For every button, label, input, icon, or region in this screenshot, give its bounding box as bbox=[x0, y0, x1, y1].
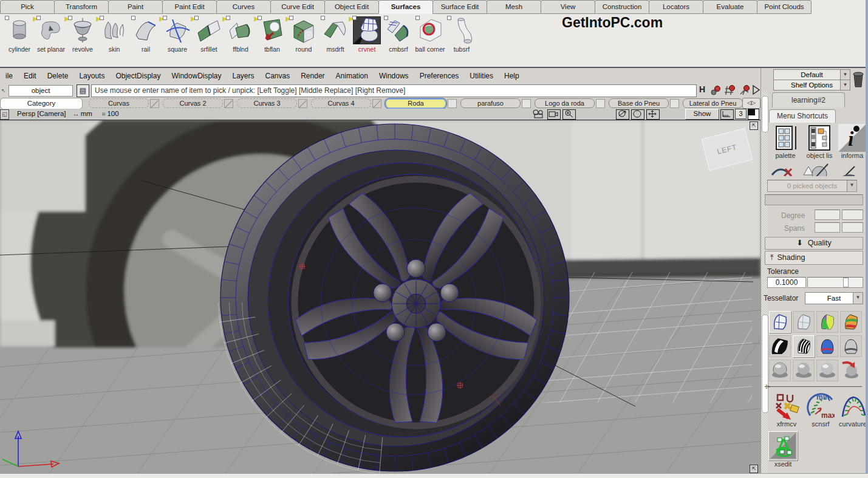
tool-xsedit[interactable]: xsedit bbox=[766, 431, 800, 468]
layer-parafuso[interactable]: parafuso bbox=[460, 98, 521, 108]
chevron-down-icon[interactable]: ▼ bbox=[847, 180, 856, 191]
tool-msdrft[interactable]: ➤msdrft bbox=[320, 15, 351, 53]
tool-curvature[interactable]: curvature bbox=[838, 392, 868, 428]
viewport-scene[interactable] bbox=[0, 120, 760, 474]
tool-scnsrf[interactable]: minmax scnsrf bbox=[804, 392, 838, 428]
layer-roda-toggle[interactable] bbox=[448, 99, 457, 108]
tool-srfillet[interactable]: ➤srfillet bbox=[193, 15, 225, 53]
option-box-icon[interactable] bbox=[163, 16, 167, 20]
perspective-viewport[interactable]: ◱ Persp [Camera] mm 100 Show 3 ⇱ ⇱ LEFT bbox=[0, 109, 760, 473]
layer-curvas[interactable]: Curvas bbox=[89, 98, 149, 108]
menu-windowdisplay[interactable]: WindowDisplay bbox=[166, 72, 227, 80]
category-button[interactable]: Category bbox=[0, 98, 83, 109]
tab-pick[interactable]: Pick bbox=[0, 0, 55, 14]
quality-section-header[interactable]: ⬇Quality bbox=[765, 237, 863, 250]
tab-mesh[interactable]: Mesh bbox=[487, 0, 541, 14]
zebra-stripes-icon[interactable] bbox=[793, 335, 815, 357]
option-box-icon[interactable] bbox=[194, 16, 199, 20]
trash-icon[interactable] bbox=[851, 69, 866, 89]
dome-icon-3[interactable] bbox=[816, 360, 838, 381]
option-box-icon[interactable] bbox=[100, 16, 104, 20]
divider-handle-icon[interactable]: ▷ bbox=[766, 383, 770, 389]
shelf-select-dropdown[interactable]: Default▼ bbox=[773, 69, 850, 80]
snap-curve-icon[interactable] bbox=[739, 84, 751, 97]
layer-logo-toggle[interactable] bbox=[596, 99, 605, 108]
tool-revolve[interactable]: ➤revolve bbox=[67, 15, 98, 53]
tab-learning2[interactable]: learning#2 bbox=[772, 92, 845, 108]
tab-evaluate[interactable]: Evaluate bbox=[703, 0, 757, 14]
tab-transform[interactable]: Transform bbox=[54, 0, 109, 14]
layer-parafuso-toggle[interactable] bbox=[522, 99, 531, 108]
tool-xfrmcv[interactable]: xfrmcv bbox=[770, 392, 804, 428]
tab-curves[interactable]: Curves bbox=[216, 0, 271, 14]
tool-cylinder[interactable]: ➤cylinder bbox=[4, 15, 35, 53]
picked-objects-dropdown[interactable]: 0 picked objects ▼ bbox=[767, 180, 857, 192]
menu-layouts[interactable]: Layouts bbox=[73, 72, 110, 80]
slider-thumb[interactable] bbox=[843, 278, 849, 287]
prompt-input[interactable]: Use mouse or enter name of item to pick … bbox=[91, 84, 697, 97]
prompt-list-button[interactable]: ▤ bbox=[77, 84, 89, 97]
tab-object-edit[interactable]: Object Edit bbox=[324, 0, 379, 14]
menu-file[interactable]: ile bbox=[0, 72, 18, 80]
option-box-icon[interactable] bbox=[258, 16, 262, 20]
chevron-down-icon[interactable]: ▼ bbox=[840, 80, 850, 90]
shortcut-information[interactable]: i informa bbox=[836, 124, 868, 159]
menu-help[interactable]: Help bbox=[499, 72, 525, 80]
layer-curvas-toggle[interactable] bbox=[150, 99, 159, 108]
layer-tab-scroll-buttons[interactable]: ◁▷ bbox=[742, 98, 760, 109]
chevron-down-icon[interactable]: ▼ bbox=[840, 70, 850, 80]
menu-objectdisplay[interactable]: ObjectDisplay bbox=[110, 72, 166, 80]
menu-canvas[interactable]: Canvas bbox=[260, 72, 296, 80]
view-count-button[interactable]: 3 bbox=[735, 109, 747, 119]
option-box-icon[interactable] bbox=[289, 16, 293, 20]
scrollbar-thumb[interactable] bbox=[762, 96, 768, 132]
viewport-resize-icon-bottom[interactable]: ⇱ bbox=[750, 465, 758, 473]
tab-construction[interactable]: Construction bbox=[595, 0, 649, 14]
layer-roda[interactable]: Roda bbox=[385, 98, 446, 109]
tessellator-dropdown[interactable]: Fast▼ bbox=[805, 292, 863, 304]
menu-utilities[interactable]: Utilities bbox=[464, 72, 499, 80]
tool-ffblnd[interactable]: ➤ffblnd bbox=[225, 15, 256, 53]
tab-point-clouds[interactable]: Point Clouds bbox=[757, 0, 812, 14]
tool-skin[interactable]: skin bbox=[98, 15, 130, 53]
layer-lateral-do-pneu[interactable]: Lateral do Pneu bbox=[683, 98, 743, 108]
cap-gray-icon[interactable] bbox=[840, 335, 862, 357]
show-button[interactable]: Show bbox=[685, 109, 719, 120]
tab-view[interactable]: View bbox=[541, 0, 595, 14]
viewport-resize-icon-top[interactable]: ⇱ bbox=[750, 121, 758, 130]
menu-preferences[interactable]: Preferences bbox=[414, 72, 465, 80]
shade-multicolor-icon[interactable] bbox=[816, 311, 838, 333]
option-box-icon[interactable] bbox=[352, 16, 357, 20]
layer-base-do-pneu[interactable]: Base do Pneu bbox=[609, 98, 669, 108]
camera-icon[interactable] bbox=[547, 109, 561, 120]
shortcut-palette[interactable]: palette bbox=[770, 124, 801, 159]
tab-surfaces[interactable]: Surfaces bbox=[378, 0, 433, 14]
pan-icon[interactable] bbox=[646, 109, 660, 120]
tolerance-slider[interactable] bbox=[807, 277, 863, 288]
tool-tbflan[interactable]: ➤tbflan bbox=[256, 15, 288, 53]
shade-stripes-icon[interactable] bbox=[840, 311, 862, 333]
viewport-corner-icon[interactable]: ◱ bbox=[0, 109, 9, 120]
tool-square[interactable]: ➤square bbox=[162, 15, 193, 53]
layer-curvas2-toggle[interactable] bbox=[224, 99, 233, 108]
option-box-icon[interactable] bbox=[5, 16, 9, 20]
movie-camera-icon[interactable] bbox=[532, 109, 544, 118]
menu-delete[interactable]: Delete bbox=[42, 72, 74, 80]
layer-curvas3-toggle[interactable] bbox=[298, 99, 307, 108]
tab-menu-shortcuts[interactable]: Menu Shortcuts bbox=[769, 109, 836, 123]
tab-surface-edit[interactable]: Surface Edit bbox=[432, 0, 487, 14]
menu-render[interactable]: Render bbox=[295, 72, 330, 80]
layer-curvas4[interactable]: Curvas 4 bbox=[311, 98, 371, 108]
dome-arrow-icon[interactable] bbox=[840, 360, 861, 380]
pick-object-icon[interactable] bbox=[709, 84, 722, 97]
bw-toggle-icon[interactable] bbox=[748, 109, 759, 120]
menu-edit[interactable]: Edit bbox=[18, 72, 42, 80]
pick-scope-dropdown[interactable]: object bbox=[9, 85, 73, 97]
option-box-icon[interactable] bbox=[131, 16, 135, 20]
layer-curvas2[interactable]: Curvas 2 bbox=[163, 98, 223, 108]
cap-blue-icon[interactable] bbox=[816, 335, 838, 357]
tolerance-field[interactable]: 0.1000 bbox=[767, 277, 806, 288]
shade-wireframe-icon[interactable] bbox=[769, 311, 791, 333]
spans-field-2[interactable] bbox=[842, 222, 863, 233]
zoom-icon[interactable] bbox=[562, 109, 576, 120]
